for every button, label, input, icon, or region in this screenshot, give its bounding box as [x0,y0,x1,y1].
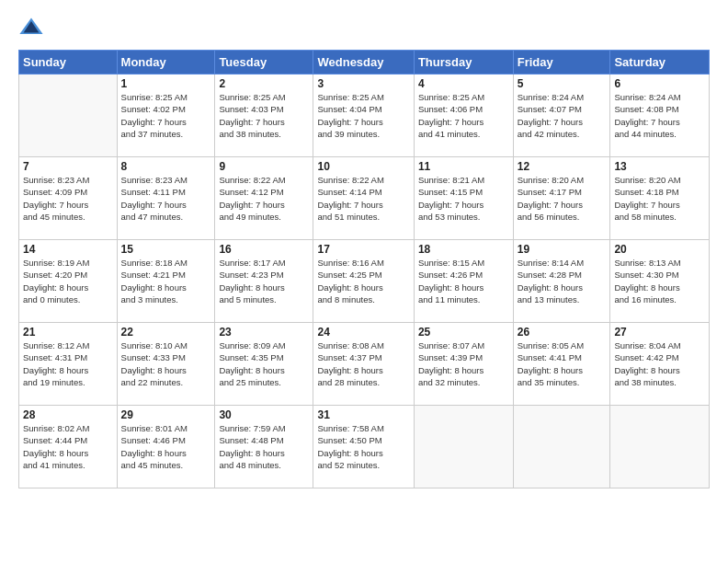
day-info: Sunrise: 8:15 AM Sunset: 4:26 PM Dayligh… [418,257,509,305]
logo [18,15,48,40]
calendar-cell: 23Sunrise: 8:09 AM Sunset: 4:35 PM Dayli… [215,323,313,406]
header [18,15,710,40]
calendar-cell: 25Sunrise: 8:07 AM Sunset: 4:39 PM Dayli… [414,323,513,406]
calendar-cell: 20Sunrise: 8:13 AM Sunset: 4:30 PM Dayli… [610,240,710,323]
day-info: Sunrise: 8:25 AM Sunset: 4:04 PM Dayligh… [317,91,409,140]
page: SundayMondayTuesdayWednesdayThursdayFrid… [0,0,728,563]
day-info: Sunrise: 8:25 AM Sunset: 4:03 PM Dayligh… [219,91,309,140]
calendar-week-row: 21Sunrise: 8:12 AM Sunset: 4:31 PM Dayli… [19,323,710,406]
calendar-day-header: Thursday [414,51,513,75]
day-number: 19 [518,243,607,256]
day-number: 3 [317,77,409,90]
calendar-cell: 2Sunrise: 8:25 AM Sunset: 4:03 PM Daylig… [215,75,313,157]
day-number: 22 [121,326,211,339]
day-number: 21 [23,326,113,339]
day-info: Sunrise: 8:02 AM Sunset: 4:44 PM Dayligh… [23,422,113,471]
day-info: Sunrise: 8:16 AM Sunset: 4:25 PM Dayligh… [317,257,409,305]
calendar-cell: 11Sunrise: 8:21 AM Sunset: 4:15 PM Dayli… [414,157,513,240]
day-number: 17 [317,243,409,256]
day-number: 23 [219,326,309,339]
calendar-cell: 24Sunrise: 8:08 AM Sunset: 4:37 PM Dayli… [313,323,414,406]
day-info: Sunrise: 8:22 AM Sunset: 4:12 PM Dayligh… [219,174,309,223]
calendar-cell [610,406,710,488]
calendar-cell: 28Sunrise: 8:02 AM Sunset: 4:44 PM Dayli… [19,406,118,488]
day-number: 5 [518,77,607,90]
day-info: Sunrise: 8:10 AM Sunset: 4:33 PM Dayligh… [121,339,211,388]
calendar-cell: 18Sunrise: 8:15 AM Sunset: 4:26 PM Dayli… [414,240,513,323]
calendar-cell [513,406,610,488]
calendar-cell [414,406,513,488]
calendar-day-header: Monday [117,51,215,75]
calendar-table: SundayMondayTuesdayWednesdayThursdayFrid… [18,50,710,488]
day-number: 2 [219,77,309,90]
calendar-cell: 6Sunrise: 8:24 AM Sunset: 4:08 PM Daylig… [610,75,710,157]
day-info: Sunrise: 8:01 AM Sunset: 4:46 PM Dayligh… [121,422,211,471]
day-info: Sunrise: 8:08 AM Sunset: 4:37 PM Dayligh… [317,339,409,388]
calendar-week-row: 1Sunrise: 8:25 AM Sunset: 4:02 PM Daylig… [19,75,710,157]
day-info: Sunrise: 8:13 AM Sunset: 4:30 PM Dayligh… [614,257,705,305]
calendar-cell: 4Sunrise: 8:25 AM Sunset: 4:06 PM Daylig… [414,75,513,157]
day-number: 6 [614,77,705,90]
day-info: Sunrise: 8:14 AM Sunset: 4:28 PM Dayligh… [518,257,607,305]
day-info: Sunrise: 8:17 AM Sunset: 4:23 PM Dayligh… [219,257,309,305]
day-info: Sunrise: 7:58 AM Sunset: 4:50 PM Dayligh… [317,422,409,471]
calendar-cell: 30Sunrise: 7:59 AM Sunset: 4:48 PM Dayli… [215,406,313,488]
day-info: Sunrise: 8:18 AM Sunset: 4:21 PM Dayligh… [121,257,211,305]
calendar-cell: 3Sunrise: 8:25 AM Sunset: 4:04 PM Daylig… [313,75,414,157]
day-info: Sunrise: 8:09 AM Sunset: 4:35 PM Dayligh… [219,339,309,388]
calendar-cell: 27Sunrise: 8:04 AM Sunset: 4:42 PM Dayli… [610,323,710,406]
calendar-cell [19,75,118,157]
day-info: Sunrise: 8:25 AM Sunset: 4:06 PM Dayligh… [418,91,509,140]
calendar-week-row: 14Sunrise: 8:19 AM Sunset: 4:20 PM Dayli… [19,240,710,323]
calendar-cell: 29Sunrise: 8:01 AM Sunset: 4:46 PM Dayli… [117,406,215,488]
day-number: 29 [121,408,211,421]
day-info: Sunrise: 8:04 AM Sunset: 4:42 PM Dayligh… [614,339,705,388]
day-info: Sunrise: 8:20 AM Sunset: 4:17 PM Dayligh… [518,174,607,223]
calendar-cell: 31Sunrise: 7:58 AM Sunset: 4:50 PM Dayli… [313,406,414,488]
calendar-week-row: 7Sunrise: 8:23 AM Sunset: 4:09 PM Daylig… [19,157,710,240]
day-info: Sunrise: 8:23 AM Sunset: 4:09 PM Dayligh… [23,174,113,223]
calendar-day-header: Tuesday [215,51,313,75]
calendar-cell: 17Sunrise: 8:16 AM Sunset: 4:25 PM Dayli… [313,240,414,323]
logo-icon [18,15,44,40]
calendar-week-row: 28Sunrise: 8:02 AM Sunset: 4:44 PM Dayli… [19,406,710,488]
day-number: 14 [23,243,113,256]
day-number: 28 [23,408,113,421]
day-number: 8 [121,160,211,173]
day-number: 30 [219,408,309,421]
day-number: 20 [614,243,705,256]
day-number: 24 [317,326,409,339]
day-number: 18 [418,243,509,256]
day-number: 25 [418,326,509,339]
day-info: Sunrise: 8:07 AM Sunset: 4:39 PM Dayligh… [418,339,509,388]
day-number: 31 [317,408,409,421]
day-info: Sunrise: 8:25 AM Sunset: 4:02 PM Dayligh… [121,91,211,140]
day-number: 27 [614,326,705,339]
calendar-cell: 8Sunrise: 8:23 AM Sunset: 4:11 PM Daylig… [117,157,215,240]
day-number: 9 [219,160,309,173]
calendar-cell: 16Sunrise: 8:17 AM Sunset: 4:23 PM Dayli… [215,240,313,323]
day-info: Sunrise: 8:05 AM Sunset: 4:41 PM Dayligh… [518,339,607,388]
day-number: 11 [418,160,509,173]
calendar-cell: 21Sunrise: 8:12 AM Sunset: 4:31 PM Dayli… [19,323,118,406]
calendar-day-header: Saturday [610,51,710,75]
calendar-cell: 15Sunrise: 8:18 AM Sunset: 4:21 PM Dayli… [117,240,215,323]
day-info: Sunrise: 8:24 AM Sunset: 4:07 PM Dayligh… [518,91,607,140]
day-info: Sunrise: 8:12 AM Sunset: 4:31 PM Dayligh… [23,339,113,388]
day-number: 13 [614,160,705,173]
calendar-day-header: Friday [513,51,610,75]
day-info: Sunrise: 8:23 AM Sunset: 4:11 PM Dayligh… [121,174,211,223]
calendar-cell: 19Sunrise: 8:14 AM Sunset: 4:28 PM Dayli… [513,240,610,323]
calendar-cell: 26Sunrise: 8:05 AM Sunset: 4:41 PM Dayli… [513,323,610,406]
day-number: 16 [219,243,309,256]
calendar-day-header: Sunday [19,51,118,75]
day-info: Sunrise: 8:19 AM Sunset: 4:20 PM Dayligh… [23,257,113,305]
day-number: 7 [23,160,113,173]
day-number: 15 [121,243,211,256]
calendar-cell: 12Sunrise: 8:20 AM Sunset: 4:17 PM Dayli… [513,157,610,240]
calendar-header-row: SundayMondayTuesdayWednesdayThursdayFrid… [19,51,710,75]
day-info: Sunrise: 8:21 AM Sunset: 4:15 PM Dayligh… [418,174,509,223]
calendar-cell: 22Sunrise: 8:10 AM Sunset: 4:33 PM Dayli… [117,323,215,406]
day-info: Sunrise: 8:22 AM Sunset: 4:14 PM Dayligh… [317,174,409,223]
day-number: 26 [518,326,607,339]
